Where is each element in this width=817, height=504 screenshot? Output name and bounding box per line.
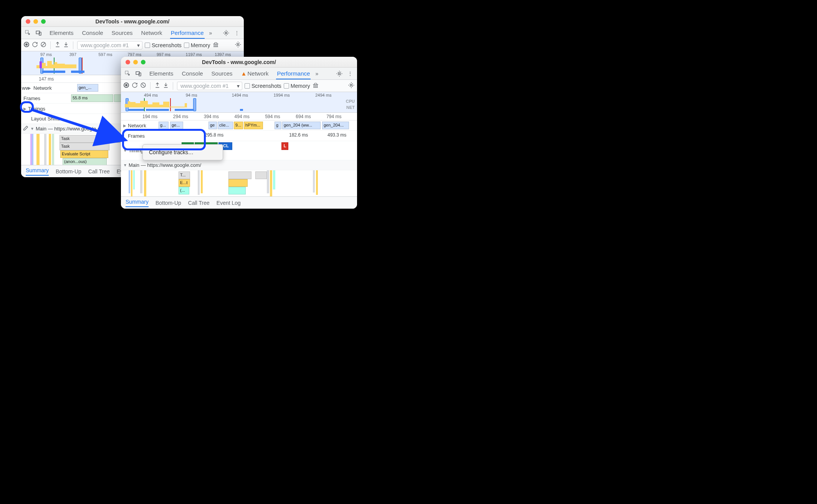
more-tabs-icon[interactable]: » — [206, 28, 215, 38]
recording-select[interactable]: www.google.com #1 — [177, 82, 242, 90]
kebab-menu-icon[interactable]: ⋮ — [346, 69, 355, 78]
func-entry[interactable]: (... — [179, 187, 189, 194]
tab-summary[interactable]: Summary — [126, 199, 149, 207]
kebab-menu-icon[interactable]: ⋮ — [232, 28, 241, 38]
titlebar[interactable]: DevTools - www.google.com/ — [121, 57, 357, 68]
func-entry[interactable]: (anon...ous) — [63, 158, 107, 165]
tab-sources[interactable]: Sources — [211, 68, 233, 79]
timings-label: Timings — [28, 106, 45, 112]
disclosure-icon[interactable]: ▼ — [121, 163, 127, 167]
reload-record-button[interactable] — [32, 41, 38, 49]
zoom-icon[interactable] — [141, 60, 146, 64]
inspect-icon[interactable] — [23, 28, 33, 38]
close-icon[interactable] — [126, 60, 130, 64]
tab-network[interactable]: ▲Network — [240, 68, 270, 79]
layout-shifts-label: Layout Shifts — [21, 114, 62, 123]
frame-entry[interactable]: 55.8 ms — [71, 94, 113, 102]
more-tabs-icon[interactable]: » — [312, 69, 321, 78]
perf-toolbar: www.google.com #1 Screenshots Memory — [21, 39, 244, 51]
network-item[interactable]: ge — [208, 122, 217, 129]
minimize-icon[interactable] — [33, 19, 38, 24]
zoom-icon[interactable] — [41, 19, 46, 24]
overview-tick: 1994 ms — [274, 93, 316, 97]
tab-summary[interactable]: Summary — [26, 167, 49, 176]
collect-garbage-icon[interactable] — [312, 82, 319, 90]
screenshots-checkbox[interactable]: Screenshots — [145, 42, 182, 48]
network-item[interactable]: gen_204... — [322, 122, 349, 129]
overview-tick: 797 ms — [127, 52, 157, 57]
tab-console[interactable]: Console — [81, 27, 104, 39]
main-track-label: Main — https://www.google.com/ — [127, 162, 201, 168]
network-item[interactable]: clie... — [218, 122, 233, 129]
context-menu[interactable]: Configure tracks… — [142, 144, 223, 160]
network-item[interactable]: gen_204 (ww... — [282, 122, 321, 129]
frames-label: Frames — [121, 132, 147, 140]
network-item[interactable]: ge... — [170, 122, 183, 129]
network-item[interactable]: g... — [159, 122, 169, 129]
disclosure-icon[interactable]: ▶ — [23, 107, 26, 111]
tab-elements[interactable]: Elements — [149, 68, 174, 79]
main-flame-chart[interactable]: T... E...t (... — [121, 170, 357, 196]
download-icon[interactable] — [163, 82, 169, 89]
minimize-icon[interactable] — [133, 60, 138, 64]
tab-bottom-up[interactable]: Bottom-Up — [56, 168, 81, 175]
ruler-tick: 494 ms — [235, 114, 265, 119]
memory-checkbox[interactable]: Memory — [184, 42, 210, 48]
screenshots-checkbox[interactable]: Screenshots — [245, 83, 281, 89]
download-icon[interactable] — [63, 41, 69, 49]
frames-label: Frames — [21, 94, 71, 103]
cpu-label: CPU — [346, 99, 355, 104]
tab-bottom-up[interactable]: Bottom-Up — [155, 200, 181, 206]
disclosure-icon[interactable]: ▼ — [123, 148, 127, 153]
upload-icon[interactable] — [154, 82, 160, 89]
titlebar[interactable]: DevTools - www.google.com/ — [21, 16, 244, 27]
inspect-icon[interactable] — [123, 69, 132, 78]
disclosure-icon[interactable]: ▼ — [30, 127, 34, 131]
network-item[interactable]: 9... — [234, 122, 243, 129]
tab-network[interactable]: Network — [141, 27, 163, 39]
clear-button[interactable] — [40, 41, 46, 49]
clear-button[interactable] — [140, 82, 146, 89]
network-track[interactable]: ▶Network g... ge... ge clie... 9... hPYm… — [121, 120, 357, 131]
ruler-tick: 694 ms — [296, 114, 326, 119]
disclosure-icon[interactable]: ▶ — [123, 124, 126, 128]
memory-checkbox[interactable]: Memory — [284, 83, 310, 89]
upload-icon[interactable] — [55, 41, 61, 49]
tab-performance[interactable]: Performance — [276, 68, 311, 79]
net-label: NET — [346, 105, 355, 110]
frame-value: 182.6 ms — [289, 132, 308, 138]
overview-tick: 597 ms — [98, 52, 127, 57]
record-button[interactable] — [123, 82, 129, 89]
tracks-area[interactable]: ▶Network g... ge... ge clie... 9... hPYm… — [121, 120, 357, 196]
close-icon[interactable] — [26, 19, 30, 24]
tab-performance[interactable]: Performance — [170, 27, 205, 39]
capture-settings-gear-icon[interactable] — [348, 82, 355, 90]
frames-track[interactable]: Frames 295.8 ms 182.6 ms 493.3 ms — [121, 131, 357, 141]
disclosure-icon[interactable]: ▶ — [28, 86, 31, 90]
tab-sources[interactable]: Sources — [111, 27, 134, 39]
main-track-header[interactable]: ▼ Main — https://www.google.com/ — [121, 160, 357, 170]
edit-tracks-icon[interactable] — [21, 125, 30, 132]
device-toggle-icon[interactable] — [34, 28, 43, 38]
timeline-overview[interactable]: 494 ms 94 ms 1494 ms 1994 ms 2494 ms CPU… — [121, 92, 357, 113]
func-entry[interactable] — [228, 187, 246, 194]
tab-call-tree[interactable]: Call Tree — [88, 168, 110, 175]
network-item[interactable]: hPYm... — [244, 122, 263, 129]
tab-event-log[interactable]: Event Log — [217, 200, 241, 206]
settings-gear-icon[interactable] — [222, 28, 231, 38]
tab-call-tree[interactable]: Call Tree — [188, 200, 210, 206]
network-item[interactable]: gen_... — [77, 84, 98, 92]
device-toggle-icon[interactable] — [134, 69, 143, 78]
timing-marker[interactable]: L — [281, 142, 288, 150]
network-item[interactable]: g — [275, 122, 281, 129]
record-button[interactable] — [23, 41, 30, 49]
reload-record-button[interactable] — [132, 82, 138, 89]
tab-console[interactable]: Console — [181, 68, 204, 79]
details-tabs: Summary Bottom-Up Call Tree Event Log — [121, 196, 357, 209]
capture-settings-gear-icon[interactable] — [235, 41, 241, 49]
collect-garbage-icon[interactable] — [212, 41, 219, 49]
recording-select[interactable]: www.google.com #1 — [77, 41, 142, 49]
menu-item-configure-tracks[interactable]: Configure tracks… — [143, 147, 223, 158]
tab-elements[interactable]: Elements — [49, 27, 74, 39]
settings-gear-icon[interactable] — [335, 69, 344, 78]
